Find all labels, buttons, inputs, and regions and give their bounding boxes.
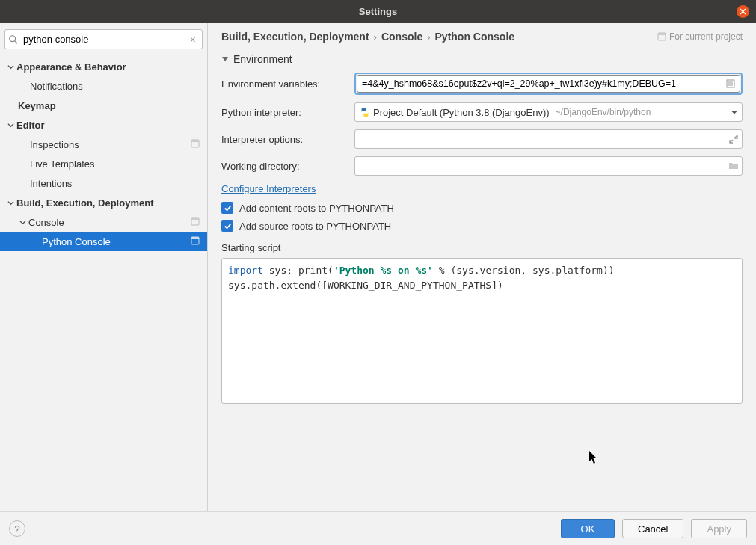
tree-editor[interactable]: Editor	[0, 115, 207, 135]
chevron-down-icon	[19, 219, 26, 226]
starting-script-editor[interactable]: import sys; print('Python %s on %s' % (s…	[221, 258, 743, 404]
folder-icon	[728, 161, 739, 171]
svg-rect-3	[191, 140, 199, 142]
code-line: import sys; print('Python %s on %s' % (s…	[228, 263, 736, 278]
code-line: sys.path.extend([WORKING_DIR_AND_PYTHON_…	[228, 278, 736, 293]
project-scope-icon	[191, 217, 200, 228]
project-scope-icon	[191, 236, 200, 247]
svg-rect-9	[658, 33, 666, 35]
add-source-roots-row: Add source roots to PYTHONPATH	[221, 220, 743, 232]
env-vars-field-wrap	[354, 73, 743, 95]
interpreter-name: Project Default (Python 3.8 (DjangoEnv))	[373, 107, 550, 118]
dropdown-arrow-icon	[731, 107, 737, 118]
python-interpreter-dropdown[interactable]: Project Default (Python 3.8 (DjangoEnv))…	[354, 102, 743, 122]
add-content-roots-row: Add content roots to PYTHONPATH	[221, 202, 743, 214]
environment-section-header[interactable]: Environment	[221, 53, 743, 65]
browse-folder-button[interactable]	[728, 161, 739, 171]
chevron-down-icon	[7, 64, 14, 70]
apply-button[interactable]: Apply	[691, 519, 747, 538]
env-vars-edit-button[interactable]	[725, 78, 736, 89]
titlebar: Settings	[0, 0, 756, 23]
check-icon	[224, 204, 232, 212]
tree-python-console[interactable]: Python Console	[0, 232, 207, 251]
dialog-footer: ? OK Cancel Apply	[0, 511, 756, 545]
tree-appearance-behavior[interactable]: Appearance & Behavior	[0, 57, 207, 76]
list-icon	[725, 78, 736, 89]
settings-tree: Appearance & Behavior Notifications Keym…	[0, 54, 207, 511]
tree-keymap[interactable]: Keymap	[0, 96, 207, 115]
add-content-roots-checkbox[interactable]	[221, 202, 233, 214]
project-scope-icon	[191, 139, 200, 150]
check-icon	[224, 222, 232, 230]
tree-notifications[interactable]: Notifications	[0, 76, 207, 96]
clear-search-button[interactable]: ×	[187, 34, 199, 46]
tree-intentions[interactable]: Intentions	[0, 173, 207, 193]
window-title: Settings	[359, 6, 397, 17]
breadcrumb: Build, Execution, Deployment › Console ›…	[221, 31, 743, 43]
add-content-roots-label: Add content roots to PYTHONPATH	[239, 203, 394, 214]
search-icon	[8, 34, 19, 45]
tree-inspections[interactable]: Inspections	[0, 135, 207, 154]
crumb-bed[interactable]: Build, Execution, Deployment	[221, 31, 369, 43]
settings-search[interactable]: ×	[4, 29, 203, 49]
cancel-button[interactable]: Cancel	[622, 519, 683, 538]
crumb-console[interactable]: Console	[381, 31, 422, 43]
workdir-label: Working directory:	[221, 161, 348, 172]
interp-label: Python interpreter:	[221, 107, 348, 118]
close-icon	[740, 8, 746, 15]
interpreter-path: ~/DjangoEnv/bin/python	[556, 107, 651, 117]
env-vars-label: Environment variables:	[221, 78, 348, 90]
ok-button[interactable]: OK	[561, 519, 615, 538]
python-icon	[360, 107, 370, 117]
add-source-roots-checkbox[interactable]	[221, 220, 233, 232]
chevron-down-icon	[7, 200, 14, 206]
window-close-button[interactable]	[737, 5, 749, 18]
tree-live-templates[interactable]: Live Templates	[0, 154, 207, 173]
svg-line-1	[15, 40, 18, 43]
tree-console[interactable]: Console	[0, 212, 207, 232]
expand-icon	[728, 134, 739, 144]
for-current-project-hint: For current project	[657, 31, 743, 42]
settings-sidebar: × Appearance & Behavior Notifications Ke…	[0, 23, 208, 511]
chevron-down-icon	[7, 122, 14, 129]
svg-rect-7	[191, 237, 199, 239]
configure-interpreters-link[interactable]: Configure Interpreters	[221, 183, 743, 194]
working-directory-input[interactable]	[354, 156, 743, 176]
crumb-python-console: Python Console	[435, 31, 515, 43]
tree-build-execution-deployment[interactable]: Build, Execution, Deployment	[0, 193, 207, 212]
svg-rect-5	[191, 218, 199, 220]
starting-script-label: Starting script	[221, 242, 743, 253]
interp-opts-label: Interpreter options:	[221, 134, 348, 145]
search-input[interactable]	[19, 34, 187, 45]
interpreter-options-input[interactable]	[354, 129, 743, 149]
add-source-roots-label: Add source roots to PYTHONPATH	[239, 221, 391, 232]
svg-point-0	[10, 35, 16, 41]
project-scope-icon	[657, 32, 666, 41]
breadcrumb-separator: ›	[374, 31, 377, 43]
breadcrumb-separator: ›	[427, 31, 430, 43]
expand-field-button[interactable]	[728, 134, 739, 144]
env-vars-input[interactable]	[357, 75, 740, 93]
collapse-arrow-icon	[221, 55, 229, 63]
settings-content: Build, Execution, Deployment › Console ›…	[208, 23, 756, 511]
help-button[interactable]: ?	[9, 520, 25, 537]
